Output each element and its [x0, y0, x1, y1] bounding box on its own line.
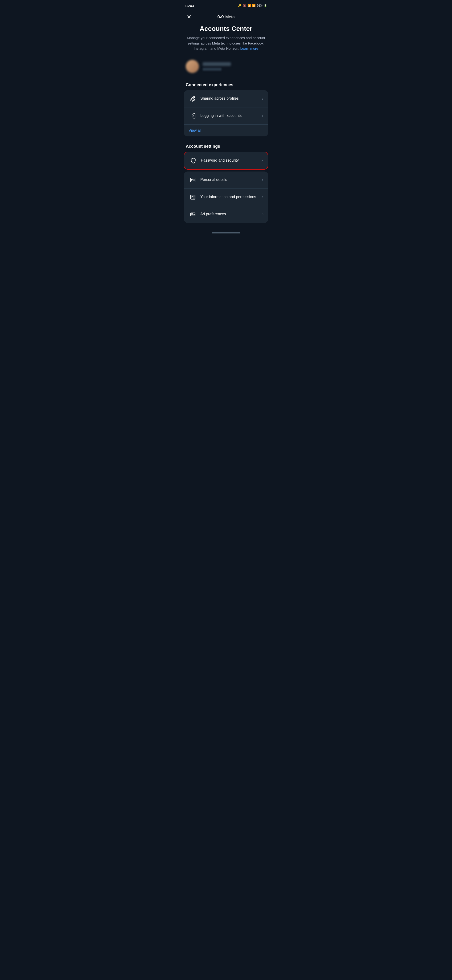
- shield-icon: [189, 156, 198, 165]
- sharing-chevron-icon: ›: [262, 96, 263, 101]
- password-security-item[interactable]: Password and security ›: [184, 152, 268, 169]
- battery-level: 76%: [257, 4, 262, 7]
- profile-section: [180, 56, 272, 79]
- logging-in-label: Logging in with accounts: [200, 113, 260, 118]
- view-all-link[interactable]: View all: [184, 125, 268, 137]
- profile-info: [203, 62, 266, 71]
- profile-avatar: [186, 60, 199, 73]
- page-title: Accounts Center: [186, 25, 266, 32]
- svg-point-13: [194, 214, 195, 215]
- id-icon: [189, 176, 197, 184]
- info-icon: [189, 193, 197, 201]
- svg-point-8: [191, 196, 192, 197]
- sharing-icon: [189, 94, 197, 103]
- svg-point-0: [191, 97, 193, 99]
- page-description: Manage your connected experiences and ac…: [186, 35, 266, 51]
- connected-experiences-header: Connected experiences: [180, 79, 272, 90]
- status-time: 16:43: [185, 4, 194, 8]
- meta-text: Meta: [225, 14, 235, 19]
- page-header: Accounts Center Manage your connected ex…: [180, 25, 272, 56]
- top-nav: ✕ Meta: [180, 10, 272, 25]
- password-security-highlighted: Password and security ›: [184, 152, 268, 170]
- wifi-icon: 📶: [247, 4, 251, 7]
- password-security-chevron-icon: ›: [262, 158, 263, 163]
- profile-name: [203, 62, 231, 66]
- personal-details-label: Personal details: [200, 177, 260, 182]
- learn-more-link[interactable]: Learn more: [240, 46, 258, 51]
- logging-in-item[interactable]: Logging in with accounts ›: [184, 107, 268, 125]
- ad-icon: [189, 210, 197, 219]
- password-security-label: Password and security: [201, 158, 260, 163]
- your-information-chevron-icon: ›: [262, 194, 263, 199]
- status-icons: 🔑 🔇 📶 📶 76% 🔋: [238, 4, 267, 7]
- login-icon: [189, 112, 197, 120]
- sharing-profiles-label: Sharing across profiles: [200, 96, 260, 101]
- svg-point-4: [191, 179, 193, 180]
- close-icon: ✕: [187, 14, 191, 20]
- ad-preferences-item[interactable]: Ad preferences ›: [184, 206, 268, 223]
- meta-logo: Meta: [217, 14, 235, 20]
- personal-details-item[interactable]: Personal details ›: [184, 172, 268, 189]
- status-bar: 16:43 🔑 🔇 📶 📶 76% 🔋: [180, 0, 272, 10]
- account-settings-header: Account settings: [180, 140, 272, 152]
- mute-icon: 🔇: [243, 4, 246, 7]
- your-information-item[interactable]: Your information and permissions ›: [184, 189, 268, 206]
- battery-icon: 🔋: [264, 4, 267, 7]
- personal-details-chevron-icon: ›: [262, 177, 263, 182]
- profile-handle: [203, 68, 222, 71]
- close-button[interactable]: ✕: [185, 13, 193, 21]
- signal-icon: 📶: [252, 4, 256, 7]
- sharing-profiles-item[interactable]: Sharing across profiles ›: [184, 90, 268, 107]
- spacer-1: [180, 137, 272, 140]
- ad-preferences-label: Ad preferences: [200, 212, 260, 217]
- connected-experiences-card: Sharing across profiles › Logging in wit…: [184, 90, 268, 137]
- meta-symbol: [217, 14, 224, 20]
- logging-in-chevron-icon: ›: [262, 113, 263, 118]
- account-settings-card: Personal details › Your information and …: [184, 172, 268, 223]
- ad-preferences-chevron-icon: ›: [262, 212, 263, 217]
- home-indicator: [180, 229, 272, 235]
- home-bar: [212, 232, 240, 234]
- your-information-label: Your information and permissions: [200, 194, 260, 199]
- key-icon: 🔑: [238, 4, 241, 7]
